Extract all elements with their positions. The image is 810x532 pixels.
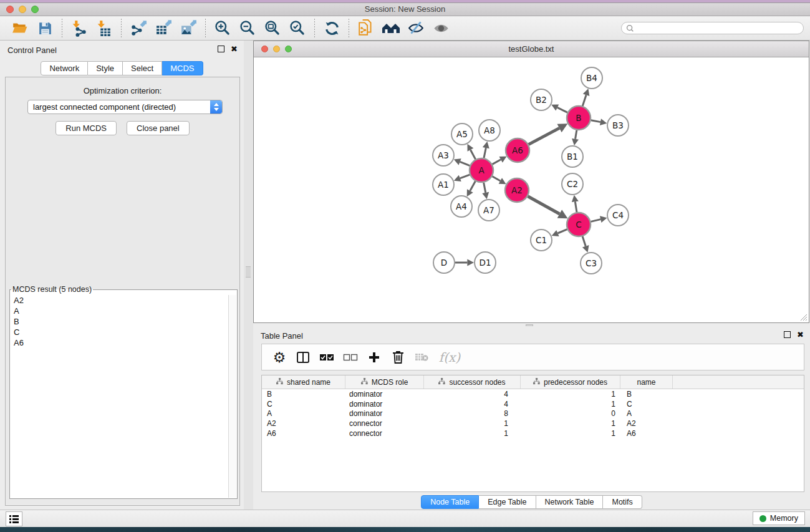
cell-shared-name[interactable]: A — [262, 409, 345, 418]
import-table-icon[interactable] — [95, 19, 113, 37]
table-options-gear-icon[interactable]: ⚙ — [271, 349, 288, 366]
edge-A-A1[interactable] — [460, 175, 470, 178]
table-row[interactable]: A6connector11A6 — [262, 428, 804, 438]
edge-C-C4[interactable] — [591, 220, 600, 222]
export-network-icon[interactable] — [129, 19, 148, 37]
node-D[interactable]: D — [433, 252, 455, 273]
cell-shared-name[interactable]: C — [262, 400, 345, 409]
save-session-icon[interactable] — [36, 19, 54, 37]
cell-predecessor-nodes[interactable]: 1 — [521, 400, 620, 409]
edge-B-B2[interactable] — [557, 107, 567, 112]
edge-B-B3[interactable] — [591, 120, 600, 122]
memory-button[interactable]: Memory — [753, 511, 805, 525]
cell-name[interactable]: B — [620, 390, 673, 399]
tab-network-table[interactable]: Network Table — [536, 495, 604, 509]
cell-shared-name[interactable]: B — [262, 390, 345, 399]
edge-C-C1[interactable] — [557, 230, 567, 233]
cell-successor-nodes[interactable]: 1 — [424, 429, 521, 438]
criterion-dropdown[interactable]: largest connected component (directed) — [27, 100, 223, 114]
node-C[interactable]: C — [567, 213, 591, 236]
node-A8[interactable]: A8 — [479, 120, 500, 141]
cell-predecessor-nodes[interactable]: 1 — [521, 429, 620, 438]
node-C2[interactable]: C2 — [562, 173, 583, 195]
table-row[interactable]: A2connector11A2 — [262, 418, 804, 428]
cell-MCDS-role[interactable]: dominator — [345, 400, 424, 409]
column-header-predecessor-nodes[interactable]: predecessor nodes — [521, 375, 620, 389]
search-input[interactable] — [637, 22, 803, 34]
close-panel-button[interactable]: Close panel — [127, 121, 190, 135]
cell-MCDS-role[interactable]: dominator — [345, 409, 424, 418]
cell-successor-nodes[interactable]: 4 — [424, 400, 521, 409]
column-selector-icon[interactable] — [294, 349, 312, 366]
float-panel-icon[interactable] — [218, 46, 224, 52]
node-D1[interactable]: D1 — [475, 252, 496, 273]
result-item[interactable]: C — [11, 327, 228, 337]
node-A7[interactable]: A7 — [478, 200, 499, 221]
table-row[interactable]: Cdominator41C — [262, 399, 804, 409]
result-item[interactable]: B — [11, 316, 228, 327]
run-mcds-button[interactable]: Run MCDS — [55, 121, 117, 135]
eye-icon[interactable] — [432, 19, 450, 37]
edge-C-C2[interactable] — [575, 201, 577, 212]
zoom-fit-icon[interactable] — [263, 19, 282, 37]
node-A5[interactable]: A5 — [451, 123, 473, 145]
edge-C-C3[interactable] — [582, 236, 586, 246]
edge-A-A7[interactable] — [484, 183, 486, 193]
node-A4[interactable]: A4 — [451, 196, 472, 217]
column-header-name[interactable]: name — [620, 375, 673, 389]
zoom-in-icon[interactable] — [213, 19, 232, 37]
column-header-successor-nodes[interactable]: successor nodes — [424, 375, 521, 389]
refresh-icon[interactable] — [322, 19, 341, 37]
session-file-icon[interactable] — [357, 19, 375, 37]
cell-predecessor-nodes[interactable]: 0 — [521, 409, 620, 418]
select-all-icon[interactable] — [318, 349, 335, 366]
function-builder-icon[interactable]: f(x) — [436, 349, 463, 366]
cell-predecessor-nodes[interactable]: 1 — [521, 419, 620, 428]
result-item[interactable]: A6 — [11, 337, 228, 348]
tab-node-table[interactable]: Node Table — [421, 495, 479, 509]
node-C1[interactable]: C1 — [531, 230, 552, 251]
import-network-icon[interactable] — [70, 19, 89, 37]
edge-A-A5[interactable] — [470, 150, 475, 159]
node-A6[interactable]: A6 — [506, 138, 529, 162]
node-A2[interactable]: A2 — [505, 178, 529, 202]
tab-motifs[interactable]: Motifs — [603, 495, 642, 509]
node-B1[interactable]: B1 — [562, 146, 583, 167]
cell-predecessor-nodes[interactable]: 1 — [521, 390, 620, 399]
result-scrollbar[interactable] — [228, 295, 236, 498]
network-graph[interactable]: B4B2BB3A5A8A6A3B1AC2A1A2A4A7C4CC1DD1C3 — [254, 57, 809, 323]
open-session-icon[interactable] — [11, 19, 29, 37]
edge-A-A2[interactable] — [492, 177, 500, 181]
float-table-panel-icon[interactable] — [784, 331, 791, 338]
cell-name[interactable]: A — [620, 409, 673, 418]
cell-successor-nodes[interactable]: 1 — [424, 419, 521, 428]
edge-A-A6[interactable] — [493, 160, 501, 165]
cell-name[interactable]: A6 — [620, 429, 673, 438]
node-C4[interactable]: C4 — [607, 205, 629, 226]
cell-successor-nodes[interactable]: 8 — [424, 409, 521, 418]
node-B4[interactable]: B4 — [581, 67, 602, 89]
delete-column-icon[interactable] — [389, 349, 407, 366]
tab-select[interactable]: Select — [123, 61, 162, 75]
network-window-titlebar[interactable]: testGlobe.txt — [254, 41, 809, 57]
node-A[interactable]: A — [470, 158, 493, 182]
panel-split-divider[interactable] — [244, 41, 253, 510]
node-B3[interactable]: B3 — [607, 115, 629, 136]
resize-grip-icon[interactable] — [800, 314, 808, 321]
edge-A-A8[interactable] — [484, 148, 486, 158]
hide-eye-icon[interactable] — [407, 19, 425, 37]
cell-name[interactable]: C — [620, 400, 673, 409]
divider-grip[interactable] — [246, 266, 251, 278]
node-B2[interactable]: B2 — [531, 89, 552, 110]
task-history-button[interactable] — [6, 511, 22, 526]
result-item[interactable]: A — [11, 306, 228, 316]
node-A3[interactable]: A3 — [433, 145, 454, 166]
export-image-icon[interactable] — [179, 19, 198, 37]
column-header-shared-name[interactable]: shared name — [262, 375, 345, 389]
cell-shared-name[interactable]: A6 — [262, 429, 345, 438]
network-canvas[interactable]: B4B2BB3A5A8A6A3B1AC2A1A2A4A7C4CC1DD1C3 — [254, 57, 809, 322]
zoom-selected-icon[interactable] — [288, 19, 307, 37]
result-item[interactable]: A2 — [11, 295, 228, 306]
cell-MCDS-role[interactable]: connector — [345, 419, 424, 428]
close-panel-icon[interactable]: ✖ — [231, 46, 238, 52]
